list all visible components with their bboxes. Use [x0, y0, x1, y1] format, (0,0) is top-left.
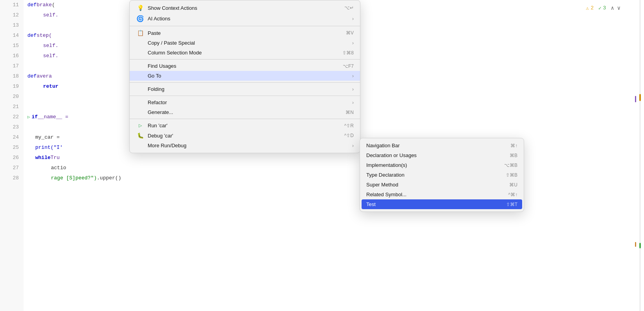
menu-item-label: Run 'car' — [148, 123, 329, 128]
scrollbar-track[interactable] — [639, 0, 641, 311]
warning-count: 2 — [591, 5, 594, 11]
menu-item-label: Test — [366, 201, 428, 207]
submenu-related-symbol[interactable]: Related Symbol... ^⌘↑ — [360, 190, 524, 199]
paste-icon: 📋 — [136, 30, 145, 36]
line-numbers: 11 12 13 14 15 16 17 18 19 20 21 22 23 2… — [0, 0, 24, 311]
submenu-type-declaration[interactable]: Type Declaration ⇧⌘B — [360, 170, 524, 180]
menu-item-label: Go To — [148, 73, 352, 79]
menu-folding[interactable]: Folding › — [130, 84, 360, 94]
lightbulb-icon: 💡 — [136, 5, 145, 11]
context-menu: 💡 Show Context Actions ⌥↵ 🌀 AI Actions ›… — [129, 0, 360, 153]
menu-separator-1 — [130, 26, 360, 26]
ok-scroll-marker — [639, 243, 641, 248]
menu-item-label: Find Usages — [148, 63, 327, 69]
menu-paste[interactable]: 📋 Paste ⌘V — [130, 28, 360, 38]
menu-more-run-debug[interactable]: More Run/Debug › — [130, 141, 360, 150]
submenu-arrow: › — [352, 73, 354, 79]
menu-separator-4 — [130, 96, 360, 96]
warning-icon: ⚠ — [586, 5, 589, 11]
menu-shortcut: ⇧⌘8 — [342, 50, 354, 56]
submenu-test[interactable]: Test ⇧⌘T — [362, 199, 522, 209]
menu-item-label: Paste — [148, 30, 330, 36]
warning-indicator: ⚠ 2 — [586, 5, 594, 11]
menu-shortcut: ^⇧D — [344, 133, 354, 138]
menu-shortcut: ⌘V — [346, 30, 354, 36]
code-line-27: actio — [27, 163, 644, 173]
submenu-arrow: › — [352, 143, 354, 148]
submenu-super-method[interactable]: Super Method ⌘U — [360, 180, 524, 190]
menu-item-label: Type Declaration — [366, 172, 490, 178]
menu-goto[interactable]: Go To › — [130, 71, 360, 81]
purple-marker-1 — [635, 96, 636, 102]
menu-shortcut: ^⌘↑ — [508, 192, 517, 197]
menu-show-context-actions[interactable]: 💡 Show Context Actions ⌥↵ — [130, 3, 360, 13]
menu-separator-2 — [130, 59, 360, 60]
menu-item-label: Navigation Bar — [366, 143, 495, 148]
menu-shortcut: ⌘N — [346, 110, 354, 115]
next-arrow[interactable]: ∨ — [617, 5, 620, 11]
menu-run-car[interactable]: ▷ Run 'car' ^⇧R — [130, 121, 360, 130]
submenu-arrow: › — [352, 87, 354, 92]
menu-item-label: Declaration or Usages — [366, 152, 494, 158]
menu-shortcut: ⌥⌘B — [504, 163, 517, 168]
nav-arrows[interactable]: ∧ ∨ — [611, 5, 620, 11]
debug-icon: 🐛 — [136, 132, 145, 139]
submenu-declaration-or-usages[interactable]: Declaration or Usages ⌘B — [360, 150, 524, 160]
menu-item-label: Column Selection Mode — [148, 50, 327, 56]
menu-find-usages[interactable]: Find Usages ⌥F7 — [130, 61, 360, 71]
submenu-arrow: › — [352, 16, 354, 22]
submenu-navigation-bar[interactable]: Navigation Bar ⌘↑ — [360, 141, 524, 150]
menu-column-selection[interactable]: Column Selection Mode ⇧⌘8 — [130, 48, 360, 58]
code-line-26: while Tru — [27, 153, 644, 163]
warning-scroll-marker — [639, 94, 641, 101]
code-line-28: rage [S]peed?").upper() — [27, 173, 644, 183]
menu-shortcut: ⌘B — [510, 153, 517, 158]
menu-item-label: Related Symbol... — [366, 192, 492, 197]
run-icon: ▷ — [136, 123, 145, 128]
menu-item-label: Show Context Actions — [148, 5, 329, 11]
menu-item-label: Super Method — [366, 182, 494, 188]
menu-debug-car[interactable]: 🐛 Debug 'car' ^⇧D — [130, 130, 360, 141]
menu-item-label: Folding — [148, 86, 352, 92]
menu-item-label: AI Actions — [148, 16, 352, 22]
submenu-arrow: › — [352, 100, 354, 105]
ai-icon: 🌀 — [136, 15, 145, 22]
menu-item-label: Generate... — [148, 109, 330, 115]
orange-marker — [635, 242, 636, 247]
submenu-arrow: › — [352, 40, 354, 46]
menu-shortcut: ⌘↑ — [510, 143, 517, 148]
menu-ai-actions[interactable]: 🌀 AI Actions › — [130, 13, 360, 24]
menu-refactor[interactable]: Refactor › — [130, 98, 360, 107]
menu-shortcut: ⌥↵ — [344, 5, 354, 11]
menu-separator-5 — [130, 119, 360, 119]
menu-copy-paste-special[interactable]: Copy / Paste Special › — [130, 38, 360, 48]
goto-submenu: Navigation Bar ⌘↑ Declaration or Usages … — [360, 138, 524, 212]
menu-shortcut: ⌘U — [509, 182, 517, 188]
ok-indicator: ✓ 3 — [598, 5, 606, 11]
menu-item-label: Debug 'car' — [148, 133, 329, 139]
menu-generate[interactable]: Generate... ⌘N — [130, 107, 360, 117]
menu-item-label: Refactor — [148, 99, 352, 105]
submenu-implementations[interactable]: Implementation(s) ⌥⌘B — [360, 160, 524, 170]
ok-count: 3 — [603, 5, 606, 11]
menu-shortcut: ⇧⌘B — [506, 172, 517, 178]
menu-shortcut: ⌥F7 — [343, 63, 354, 69]
menu-shortcut: ^⇧R — [344, 123, 354, 128]
prev-arrow[interactable]: ∧ — [611, 5, 614, 11]
menu-shortcut: ⇧⌘T — [506, 202, 517, 207]
menu-item-label: More Run/Debug — [148, 143, 352, 148]
editor-indicators: ⚠ 2 ✓ 3 ∧ ∨ — [586, 5, 620, 11]
menu-item-label: Implementation(s) — [366, 162, 488, 168]
menu-separator-3 — [130, 82, 360, 83]
menu-item-label: Copy / Paste Special — [148, 40, 352, 46]
ok-icon: ✓ — [598, 5, 601, 11]
